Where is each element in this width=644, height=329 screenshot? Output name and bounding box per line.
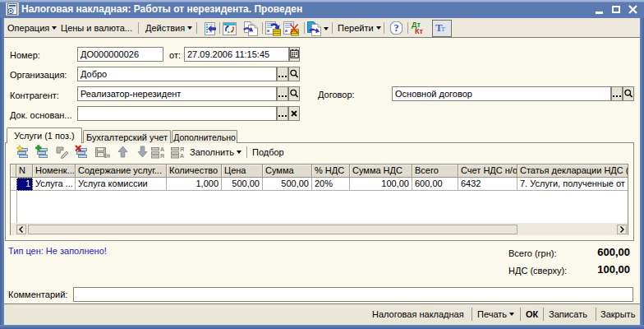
svg-text:А: А: [180, 153, 184, 159]
svg-text:Я: Я: [160, 153, 164, 159]
svg-text:А: А: [160, 146, 164, 152]
svg-text:ОК: ОК: [104, 153, 110, 159]
svg-text:Я: Я: [180, 146, 184, 152]
svg-text:?: ?: [394, 22, 399, 34]
